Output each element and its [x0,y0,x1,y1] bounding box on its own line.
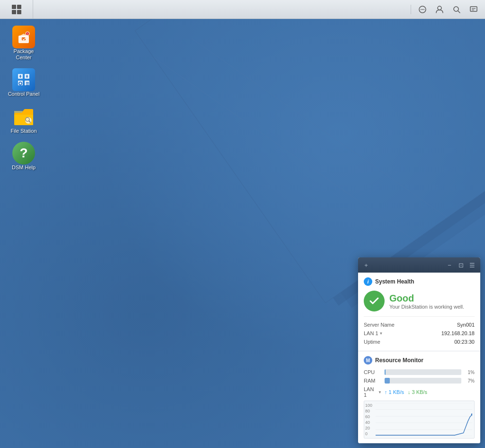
svg-rect-17 [25,81,29,85]
cpu-label: CPU [364,369,382,375]
grid-cell [17,5,21,9]
file-station-icon [12,105,35,128]
system-health-icon: i [364,277,372,286]
package-center-label: Package Center [7,48,41,61]
desktop: ! Package Center [0,0,485,448]
package-center-icon: ! [12,26,35,48]
widget-maximize-button[interactable]: ⊡ [457,261,465,269]
resource-monitor-title: Resource Monitor [375,357,423,364]
widget-minimize-button[interactable]: − [445,261,454,269]
user-button[interactable] [432,2,447,17]
chart-label-100: 100 [365,403,372,408]
health-subtext: Your DiskStation is working well. [389,304,464,310]
chart-label-60: 60 [365,414,372,419]
desktop-icon-control-panel[interactable]: Control Panel [5,66,43,99]
chart-area [376,403,472,436]
ram-row: RAM 7% [364,378,475,384]
apps-menu-button[interactable] [0,0,33,19]
speed-up-value: ↑ 1 KB/s [385,389,404,395]
desktop-icons: ! Package Center [5,24,43,173]
widget-add-button[interactable]: + [362,261,370,269]
widget-panel: + − ⊡ ☰ i System Health Good Your DiskS [358,257,480,443]
uptime-label: Uptime [364,339,380,345]
ram-pct: 7% [464,378,475,384]
widget-titlebar: + − ⊡ ☰ [358,257,480,273]
lan-speed-label: LAN 1 [364,386,377,398]
uptime-value: 00:23:30 [454,339,475,345]
resource-chart: 100 80 60 40 20 0 [364,401,475,439]
system-health-title: System Health [375,278,414,285]
grid-cell [12,10,16,14]
health-status: Good Your DiskStation is working well. [364,291,475,311]
resource-monitor-header: M Resource Monitor [364,356,475,365]
desktop-icon-dsm-help[interactable]: ? DSM Help [5,140,43,173]
chart-label-20: 20 [365,426,372,430]
lan-caret-icon: ▼ [379,331,383,336]
notifications-button[interactable] [466,2,481,17]
taskbar-divider [411,5,411,14]
chart-label-0: 0 [365,431,372,436]
messages-button[interactable] [415,2,430,17]
resource-monitor-section: M Resource Monitor CPU 1% RAM 7% [358,351,480,443]
server-name-value: Syn001 [457,322,475,328]
search-button[interactable] [449,2,464,17]
health-text-area: Good Your DiskStation is working well. [389,293,464,310]
grid-cell [17,10,21,14]
health-status-good: Good [389,293,464,304]
control-panel-icon [12,68,35,91]
cpu-pct: 1% [464,370,475,375]
dsm-help-label: DSM Help [12,165,36,171]
ram-bar-container [385,378,461,384]
taskbar-right [409,2,485,17]
ram-label: RAM [364,378,382,384]
lan-dropdown[interactable]: LAN 1 ▼ [364,330,383,336]
lan-row: LAN 1 ▼ 192.168.20.18 [364,329,475,338]
cpu-bar [385,369,386,375]
svg-point-1 [421,9,422,10]
svg-line-6 [458,11,460,13]
server-name-label: Server Name [364,322,395,328]
cpu-bar-container [385,369,461,375]
uptime-row: Uptime 00:23:30 [364,338,475,346]
widget-menu-button[interactable]: ☰ [468,261,476,269]
svg-point-4 [438,6,441,10]
grid-cell [12,5,16,9]
health-details: Server Name Syn001 LAN 1 ▼ 192.168.20.18… [364,316,475,346]
grid-icon [12,5,21,14]
system-health-section: i System Health Good Your DiskStation is… [358,273,480,351]
lan-speed-caret-icon: ▼ [378,390,382,394]
svg-point-3 [423,9,424,10]
chart-y-labels: 100 80 60 40 20 0 [365,403,372,436]
lan-speeds: ↑ 1 KB/s ↓ 3 KB/s [385,389,427,395]
file-station-label: File Station [10,128,36,134]
system-health-header: i System Health [364,277,475,286]
server-name-row: Server Name Syn001 [364,320,475,329]
deco-line-1 [153,57,464,275]
lan-label: LAN 1 [364,330,378,336]
desktop-icon-package-center[interactable]: ! Package Center [5,24,43,63]
desktop-icon-file-station[interactable]: File Station [5,103,43,136]
chart-label-40: 40 [365,420,372,425]
svg-rect-7 [470,7,477,11]
dsm-help-icon: ? [12,142,35,165]
speed-down-value: ↓ 3 KB/s [408,389,427,395]
cpu-row: CPU 1% [364,369,475,375]
resource-monitor-icon: M [364,356,372,365]
deco-line-2 [191,38,463,229]
chart-label-80: 80 [365,409,372,413]
svg-point-2 [422,9,423,10]
lan-speed-row: LAN 1 ▼ ↑ 1 KB/s ↓ 3 KB/s [364,386,475,398]
ram-bar [385,378,390,384]
lan-ip-value: 192.168.20.18 [441,330,475,336]
taskbar [0,0,485,19]
lan-speed-dropdown[interactable]: LAN 1 ▼ [364,386,382,398]
control-panel-label: Control Panel [8,91,40,97]
health-check-icon [364,291,385,311]
